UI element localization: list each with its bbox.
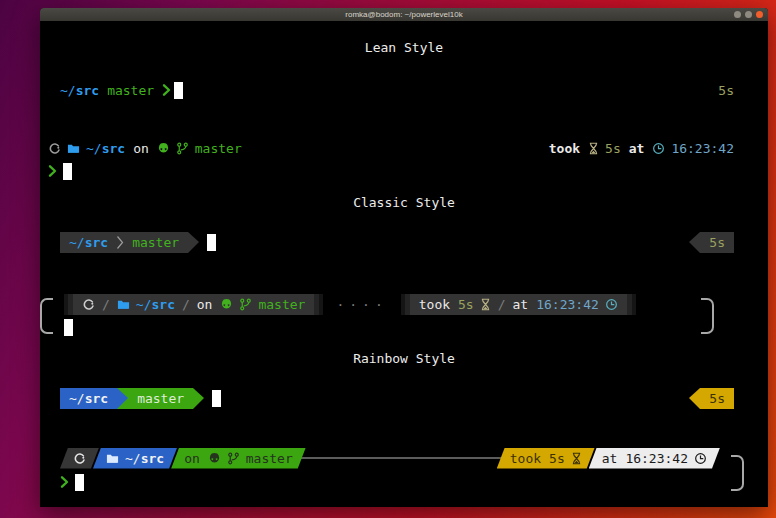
powerline-segment-left: ~/src master: [60, 232, 188, 253]
timestamp: 16:23:42: [625, 451, 688, 466]
text-cursor: [63, 163, 72, 180]
folder-icon: [106, 451, 119, 466]
window-title: romka@bodom: ~/powerlevel10k: [345, 10, 462, 19]
text-cursor: [207, 234, 216, 251]
path-dir: src: [151, 297, 174, 312]
segment-separator: /: [498, 297, 506, 312]
terminal-window[interactable]: romka@bodom: ~/powerlevel10k Lean Style …: [40, 8, 768, 507]
current-directory: ~/src: [136, 297, 175, 312]
classic-prompt-full-line1[interactable]: / ~/src / on master ···· took 5s /: [40, 293, 768, 315]
powerline-arrow-icon: [689, 232, 700, 253]
window-titlebar[interactable]: romka@bodom: ~/powerlevel10k: [40, 8, 768, 21]
text-cursor: [75, 474, 84, 491]
path-home: ~/: [125, 451, 141, 466]
branch-segment: master: [128, 388, 193, 409]
timestamp: 16:23:42: [671, 141, 734, 156]
minimize-button[interactable]: [734, 11, 741, 18]
command-duration: 5s: [549, 451, 565, 466]
command-duration: 5s: [700, 388, 734, 409]
folder-icon: [67, 141, 80, 156]
section-heading-lean: Lean Style: [40, 40, 768, 55]
time-segment: at 16:23:42: [589, 448, 720, 469]
prompt-chevron-icon: [162, 83, 171, 98]
lean-prompt-full-line1[interactable]: ~/src on master took 5s at 16:23:42: [40, 137, 768, 159]
branch-segment: on master: [171, 448, 306, 469]
current-directory: ~/src: [86, 141, 125, 156]
rainbow-prompt-full-line2[interactable]: [40, 471, 768, 493]
classic-prompt-full-line2[interactable]: [40, 316, 768, 338]
lean-prompt-short[interactable]: ~/src master 5s: [40, 79, 768, 101]
segment-fade: [627, 294, 640, 315]
timestamp: 16:23:42: [536, 297, 599, 312]
github-icon: [157, 141, 170, 156]
section-heading-classic: Classic Style: [40, 195, 768, 210]
took-label: took: [419, 297, 450, 312]
prompt-chevron-icon: [48, 164, 57, 179]
prompt-chevron-icon: [60, 475, 69, 490]
path-dir: src: [102, 141, 125, 156]
powerline-arrow-icon: [117, 388, 128, 409]
command-duration: 5s: [605, 141, 621, 156]
hourglass-icon: [571, 451, 582, 466]
duration-segment: 5s: [689, 388, 734, 409]
rainbow-prompt-short[interactable]: ~/src master 5s: [40, 387, 768, 409]
segment-fade: [314, 294, 327, 315]
terminal-content[interactable]: Lean Style ~/src master 5s ~/src on mast…: [40, 21, 768, 507]
separator-chevron-icon: [116, 235, 124, 250]
powerline-arrow-icon: [188, 232, 199, 253]
git-branch-icon: [227, 451, 240, 466]
os-icon: [48, 141, 61, 156]
os-segment: [60, 448, 99, 469]
path-home: ~/: [136, 297, 152, 312]
current-directory: ~/src: [125, 451, 164, 466]
powerline-arrow-icon: [689, 388, 700, 409]
directory-segment: ~/src: [60, 388, 117, 409]
classic-prompt-short[interactable]: ~/src master 5s: [40, 231, 768, 253]
at-label: at: [513, 297, 529, 312]
command-duration: 5s: [718, 83, 734, 98]
lean-prompt-full-line2[interactable]: [40, 160, 768, 182]
clock-icon: [605, 297, 618, 312]
at-label: at: [629, 141, 645, 156]
command-duration: 5s: [458, 297, 474, 312]
github-icon: [208, 451, 221, 466]
path-home: ~/: [69, 235, 85, 250]
powerline-arrow-icon: [193, 388, 204, 409]
segment-separator: /: [102, 297, 110, 312]
close-button[interactable]: [756, 11, 763, 18]
gap-filler-dots: ····: [336, 297, 387, 312]
at-label: at: [602, 451, 618, 466]
path-home: ~/: [69, 391, 85, 406]
git-branch-name: master: [107, 83, 154, 98]
took-label: took: [549, 141, 580, 156]
took-label: took: [510, 451, 541, 466]
duration-segment: 5s: [689, 232, 734, 253]
folder-icon: [117, 297, 130, 312]
path-dir: src: [85, 235, 108, 250]
segment-fade: [397, 294, 410, 315]
hourglass-icon: [588, 141, 599, 156]
powerline-segment-right: took 5s / at 16:23:42: [410, 294, 627, 315]
text-cursor: [174, 82, 183, 99]
github-icon: [220, 297, 233, 312]
command-duration: 5s: [700, 232, 734, 253]
os-icon: [73, 451, 86, 466]
clock-icon: [694, 451, 707, 466]
path-home: ~/: [86, 141, 102, 156]
segment-fade: [60, 294, 73, 315]
git-branch-icon: [239, 297, 252, 312]
segment-separator: /: [182, 297, 190, 312]
text-cursor: [212, 390, 221, 407]
git-branch-name: master: [132, 235, 179, 250]
rainbow-prompt-full-line1[interactable]: ~/src on master took 5s at 16:23:42: [40, 447, 768, 469]
git-branch-name: master: [258, 297, 305, 312]
gap-filler-line: [299, 457, 504, 459]
on-label: on: [197, 297, 213, 312]
maximize-button[interactable]: [745, 11, 752, 18]
current-directory: ~/src: [69, 391, 108, 406]
current-directory: ~/src: [69, 235, 108, 250]
on-label: on: [133, 141, 149, 156]
path-dir: src: [85, 391, 108, 406]
powerline-segment-left: / ~/src / on master: [73, 294, 314, 315]
text-cursor: [64, 319, 73, 336]
